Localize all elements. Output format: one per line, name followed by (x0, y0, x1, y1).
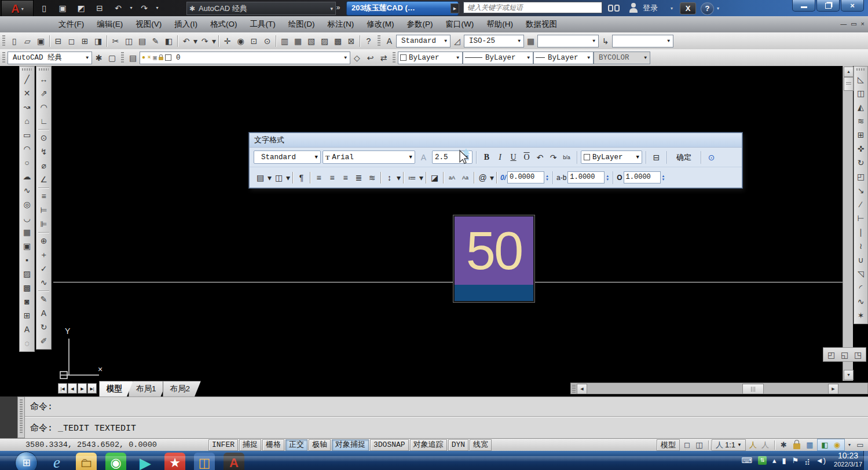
layer-thaw-icon[interactable]: ☀ (147, 53, 151, 62)
exchange-apps-icon[interactable]: X (680, 2, 696, 14)
gradient-icon[interactable]: ▩ (20, 281, 34, 295)
undo-icon[interactable]: ↶ (533, 151, 547, 164)
menu-item[interactable]: 数据视图 (519, 16, 563, 32)
toggle-osnap[interactable]: 对象捕捉 (332, 439, 369, 451)
properties-icon[interactable]: ▥ (278, 35, 291, 47)
draworder-bring-to-front-icon[interactable]: ◰ (825, 348, 838, 361)
save-as-icon[interactable]: ◩ (73, 2, 89, 14)
command-input-line[interactable]: 命令: _TEDIT TEXTEDIT (25, 417, 868, 434)
array-icon[interactable]: ⊞ (854, 128, 867, 142)
login-label[interactable]: 登录 (643, 3, 658, 13)
qnew-icon[interactable]: ▯ (36, 2, 52, 14)
tab-layout2[interactable]: 布局2 (163, 381, 202, 396)
chevron-down-icon[interactable]: ▼ (86, 55, 90, 60)
dialog-font-combo[interactable]: T Arial ▼ (323, 150, 415, 164)
undo-icon[interactable]: ↶ (180, 35, 193, 47)
toolbar-grip[interactable] (393, 52, 395, 64)
zoom-realtime-icon[interactable]: ◉ (234, 35, 247, 47)
taskbar-video-player[interactable]: ▶ (135, 453, 156, 470)
explode-icon[interactable]: ✶ (854, 309, 867, 322)
in-place-text-editor[interactable]: 50 (453, 215, 534, 302)
pan-icon[interactable]: ✛ (221, 35, 234, 47)
cut-icon[interactable]: ✂ (109, 35, 122, 47)
multileader-style-icon[interactable]: ↳ (599, 35, 612, 47)
layer-freeze-vp-icon[interactable]: ▣ (153, 54, 157, 61)
zoom-window-icon[interactable]: ⊡ (247, 35, 261, 47)
width-factor-input[interactable]: 1.0000 (624, 171, 661, 183)
dimension-text-edit-icon[interactable]: A (37, 306, 50, 320)
revision-cloud-icon[interactable]: ☁ (20, 170, 34, 183)
scroll-up-icon[interactable]: ▲ (844, 67, 854, 77)
vertical-scrollbar[interactable]: ▲ ▼ (843, 66, 853, 381)
italic-icon[interactable]: I (493, 151, 507, 164)
menu-item[interactable]: 插入(I) (168, 16, 204, 32)
action-center-flag-icon[interactable]: ⚑ (792, 456, 799, 465)
chamfer-icon[interactable]: ◹ (854, 267, 867, 281)
command-window-grip[interactable] (17, 396, 25, 438)
qsave-icon[interactable]: ▣ (54, 2, 71, 14)
power-plug-icon[interactable]: ▮ (782, 456, 786, 465)
chevron-down-icon[interactable]: ▾ (671, 6, 673, 11)
text-style-combo[interactable]: Standard ▼ (396, 35, 451, 47)
show-desktop-button[interactable] (863, 451, 868, 470)
search-input[interactable] (463, 2, 602, 13)
horizontal-scrollbar[interactable]: ◀ ▶ (570, 383, 868, 394)
publish-icon[interactable]: ⊞ (78, 35, 91, 47)
model-space-button[interactable]: 模型 (657, 439, 680, 451)
add-selected-icon[interactable]: ◌ (20, 336, 34, 350)
auto-annotation-scale-icon[interactable]: 人 (759, 440, 771, 450)
redo-icon[interactable]: ↷ (198, 35, 211, 47)
toolbar-lock-icon[interactable] (793, 443, 800, 449)
scrollbar-grip[interactable] (572, 385, 576, 392)
spinner-arrows[interactable]: ▲▼ (662, 174, 665, 181)
next-document-button[interactable]: ▶ (451, 3, 459, 13)
drawing-status-icon[interactable]: ◧ (819, 440, 831, 450)
ellipse-arc-icon[interactable]: ◡ (20, 211, 34, 225)
layer-combo[interactable]: ● ☀ ▣ 0 ▼ (140, 52, 350, 64)
open-icon[interactable]: ▱ (21, 35, 34, 47)
color-combo[interactable]: ByLayer ▼ (398, 52, 463, 64)
mtext-justification-icon[interactable]: ◫ (272, 171, 285, 184)
toolbar-grip[interactable] (39, 68, 49, 71)
search-icon[interactable] (608, 4, 623, 12)
taskbar-file-explorer[interactable]: 🗀 (76, 453, 97, 470)
trim-icon[interactable]: ∕ (854, 197, 867, 211)
redo-icon[interactable]: ↷ (136, 2, 152, 14)
taskbar-screen-recorder[interactable]: ◉ (105, 453, 126, 470)
taskbar-internet-explorer[interactable]: e (46, 453, 67, 470)
spinner-arrows[interactable]: ▲▼ (606, 174, 609, 181)
menu-item[interactable]: 参数(P) (401, 16, 440, 32)
text-editor-field[interactable]: 50 (455, 216, 533, 285)
coordinates-readout[interactable]: 3580.3334, 2543.6502, 0.0000 (25, 440, 208, 449)
circle-icon[interactable]: ○ (20, 156, 34, 170)
doc-minimize-icon[interactable]: — (840, 20, 847, 28)
stretch-icon[interactable]: ↘ (854, 183, 867, 197)
markup-set-manager-icon[interactable]: ▩ (331, 35, 345, 47)
match-properties-icon[interactable]: ✎ (149, 35, 162, 47)
toolbar-grip[interactable] (378, 35, 380, 47)
make-block-icon[interactable]: ▣ (20, 239, 34, 253)
menu-item[interactable]: 文件(F) (52, 16, 90, 32)
status-menu-caret-icon[interactable]: ▾ (846, 440, 853, 450)
help-icon[interactable]: ? (362, 35, 375, 47)
layer-on-icon[interactable]: ● (142, 54, 145, 61)
rotate-icon[interactable]: ↻ (854, 156, 867, 170)
workspaces-combo[interactable]: AutoCAD 经典 ▼ (8, 52, 92, 64)
designcenter-icon[interactable]: ▦ (291, 35, 305, 47)
plot-icon[interactable]: ⊟ (52, 35, 65, 47)
underline-icon[interactable]: U (507, 151, 520, 164)
line-spacing-icon[interactable]: ↕ (383, 171, 396, 184)
toggle-dyn[interactable]: DYN (448, 439, 468, 451)
scrollbar-thumb[interactable] (844, 77, 854, 91)
start-button[interactable]: ⊞ (15, 451, 38, 470)
chevron-down-icon[interactable]: ▼ (444, 38, 448, 43)
chevron-down-icon[interactable]: ▼ (315, 155, 318, 160)
center-mark-icon[interactable]: ＋ (37, 248, 50, 262)
toolbar-grip[interactable] (2, 52, 5, 64)
dialog-text-style-combo[interactable]: Standard ▼ (254, 150, 321, 164)
sheet-set-manager-icon[interactable]: ▨ (318, 35, 331, 47)
volume-icon[interactable]: ◄) (816, 456, 826, 465)
toggle-3dosnap[interactable]: 3DOSNAP (370, 439, 409, 451)
undo-dropdown-icon[interactable]: ▾ (129, 2, 134, 14)
mirror-icon[interactable]: ◭ (854, 100, 867, 114)
